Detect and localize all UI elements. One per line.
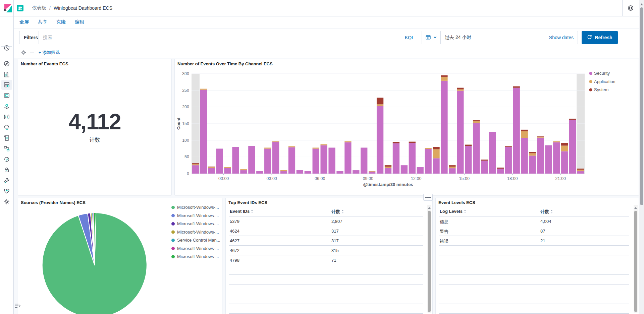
search-input[interactable]: 搜索 KQL [39, 31, 419, 44]
date-picker[interactable]: 过去 24 小时 Show dates [422, 31, 578, 44]
nav-logs-icon[interactable] [1, 122, 12, 132]
svg-text:03:00: 03:00 [267, 176, 277, 181]
svg-text:Microsoft-Windows-...: Microsoft-Windows-... [177, 246, 219, 251]
table-empty-row [439, 246, 629, 255]
table-row[interactable]: 4627317 [229, 236, 423, 246]
column-header-key[interactable]: Event IDs [230, 209, 254, 214]
event-ids-table: Event IDs计数53792,80746243174627317467231… [229, 207, 423, 314]
panel-number-of-events[interactable]: Number of Events ECS 4,112 计数 [18, 59, 172, 195]
calendar-icon[interactable] [425, 34, 431, 41]
nav-maps-icon[interactable] [1, 101, 12, 111]
show-dates-button[interactable]: Show dates [549, 35, 574, 40]
refresh-icon [587, 35, 592, 41]
page-scrollbar[interactable] [639, 0, 644, 314]
svg-text:Service Control Man...: Service Control Man... [177, 238, 220, 243]
menu-share[interactable]: 共享 [38, 19, 47, 25]
table-empty-row [439, 275, 629, 285]
pie-chart[interactable]: Microsoft-Windows-...Microsoft-Windows-.… [18, 198, 222, 314]
table-row[interactable]: 警告87 [439, 226, 629, 236]
table-empty-row [229, 285, 423, 294]
table-row[interactable]: 479871 [229, 255, 423, 265]
svg-text:12:00: 12:00 [411, 176, 421, 181]
add-filter-link[interactable]: + 添加筛选 [39, 50, 60, 56]
time-range-value[interactable]: 过去 24 小时 [445, 35, 549, 41]
panel-events-over-time[interactable]: Number of Events Over Time By Channel EC… [174, 59, 639, 195]
nav-canvas-icon[interactable] [1, 90, 12, 101]
nav-discover-icon[interactable] [1, 59, 12, 69]
svg-text:Microsoft-Windows-...: Microsoft-Windows-... [177, 254, 219, 259]
svg-text:250: 250 [182, 88, 189, 93]
svg-text:Security: Security [594, 71, 610, 76]
panel-sources-pie[interactable]: Sources (Provider Names) ECS Microsoft-W… [18, 198, 222, 314]
refresh-button[interactable]: Refresh [582, 31, 618, 44]
svg-text:15:00: 15:00 [459, 176, 470, 181]
nav-monitoring-icon[interactable] [1, 186, 12, 196]
filter-bar-dash: — [30, 50, 34, 55]
table-empty-row [439, 265, 629, 275]
dashboard-menu-bar: 全屏 共享 克隆 编辑 [14, 16, 644, 28]
svg-text:Microsoft-Windows-...: Microsoft-Windows-... [177, 221, 219, 226]
table-empty-row [439, 294, 629, 304]
nav-recent-icon[interactable] [1, 43, 12, 53]
filter-settings-gear-icon[interactable] [21, 50, 26, 55]
panel-scrollbar[interactable] [427, 205, 431, 313]
space-badge[interactable]: 默 [17, 5, 23, 11]
menu-edit[interactable]: 编辑 [75, 19, 84, 25]
nav-visualize-icon[interactable] [1, 69, 12, 79]
table-row[interactable]: 53792,807 [229, 216, 423, 226]
nav-journal-icon[interactable] [1, 133, 12, 143]
scrollbar-thumb [428, 211, 431, 312]
svg-text:200: 200 [182, 105, 189, 109]
expand-nav-icon[interactable] [15, 303, 21, 310]
menu-fullscreen[interactable]: 全屏 [19, 19, 29, 25]
breadcrumb-dashboards[interactable]: 仪表板 [32, 5, 46, 11]
nav-dashboard-icon[interactable] [1, 80, 12, 90]
filter-bar: — + 添加筛选 [14, 47, 644, 58]
menu-clone[interactable]: 克隆 [56, 19, 66, 25]
nav-divider [1, 46, 12, 47]
panel-event-levels[interactable]: Event Levels ECS Log Levels计数信息4,004警告87… [435, 198, 639, 314]
table-header-row: Event IDs计数 [229, 207, 423, 216]
table-row[interactable]: 信息4,004 [439, 216, 629, 226]
panel-top-event-ids[interactable]: Top Event IDs ECS Event IDs计数53792,80746… [225, 198, 433, 314]
stacked-bar-chart[interactable]: 05010015020025030000:0003:0006:0009:0012… [175, 59, 639, 195]
column-header-key[interactable]: Log Levels [440, 209, 467, 214]
table-header-row: Log Levels计数 [439, 207, 629, 216]
metric-value: 4,112 [68, 111, 121, 133]
metric-label: 计数 [90, 137, 100, 144]
table-empty-row [439, 285, 629, 294]
left-nav-rail [0, 16, 14, 314]
kibana-logo-icon[interactable] [4, 3, 13, 14]
column-header-count[interactable]: 计数 [331, 209, 344, 215]
table-row[interactable]: 4672315 [229, 246, 423, 255]
table-empty-row [439, 304, 629, 314]
svg-text:18:00: 18:00 [507, 176, 518, 181]
divider [13, 0, 14, 16]
kql-syntax-button[interactable]: KQL [405, 35, 414, 40]
chevron-down-icon [433, 35, 437, 41]
column-header-count[interactable]: 计数 [540, 209, 553, 215]
panel-options-button[interactable] [423, 194, 433, 201]
svg-text:Microsoft-Windows-...: Microsoft-Windows-... [177, 205, 219, 210]
nav-apm-icon[interactable] [1, 144, 12, 154]
table-row[interactable]: 4624317 [229, 226, 423, 236]
nav-security-icon[interactable] [1, 165, 12, 175]
nav-devtools-icon[interactable] [1, 176, 12, 186]
nav-machine-learning-icon[interactable] [1, 112, 12, 122]
panel-title: Sources (Provider Names) ECS [21, 200, 86, 205]
svg-text:100: 100 [182, 138, 189, 143]
table-row[interactable]: 错误21 [439, 236, 629, 246]
help-menu-icon[interactable] [627, 5, 634, 13]
svg-text:@timestamp/30 minutes: @timestamp/30 minutes [363, 182, 413, 187]
panel-scrollbar[interactable] [634, 205, 638, 313]
svg-text:09:00: 09:00 [363, 176, 373, 181]
table-empty-row [229, 275, 423, 285]
nav-management-icon[interactable] [1, 197, 12, 207]
table-empty-row [229, 294, 423, 304]
svg-text:06:00: 06:00 [315, 176, 325, 181]
breadcrumb: 仪表板 / Winlogbeat Dashboard ECS [32, 0, 112, 16]
event-levels-table: Log Levels计数信息4,004警告87错误21 [439, 207, 629, 314]
nav-uptime-icon[interactable] [1, 154, 12, 164]
kibana-dashboard-app: 默 仪表板 / Winlogbeat Dashboard ECS 全屏 共享 克… [0, 0, 644, 314]
table-empty-row [439, 255, 629, 265]
